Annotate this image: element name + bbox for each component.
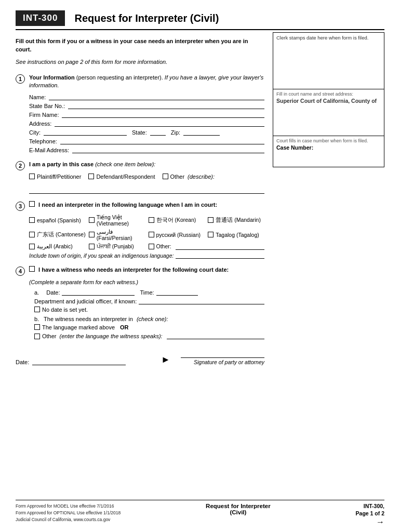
section4-checkbox[interactable] — [29, 266, 35, 272]
sig-row: Date: ► Signature of party or attorney — [16, 351, 264, 365]
other-lang-checkbox[interactable] — [149, 244, 154, 249]
spanish-checkbox[interactable] — [29, 217, 35, 223]
name-input[interactable] — [49, 93, 264, 100]
or-label: OR — [120, 324, 129, 330]
no-date-label: No date is set yet. — [42, 307, 88, 313]
email-field-row: E-Mail Address: — [16, 146, 264, 153]
city-input[interactable] — [44, 128, 127, 136]
plaintiff-checkbox[interactable] — [29, 174, 35, 179]
name-label: Name: — [29, 94, 46, 100]
form-id: INT-300 — [16, 10, 65, 26]
date-field: Date: — [46, 288, 135, 296]
time-input[interactable] — [156, 288, 198, 296]
lang-tagalog[interactable]: Tagalog (Tagalog) — [208, 229, 264, 241]
intro-text1: Fill out this form if you or a witness i… — [16, 38, 248, 52]
punjabi-label: ਪੰਜਾਬੀ (Punjabi) — [97, 243, 134, 250]
statebar-label: State Bar No.: — [29, 103, 65, 109]
russian-checkbox[interactable] — [149, 232, 154, 237]
sig-date-label: Date: — [16, 359, 29, 365]
email-input[interactable] — [72, 146, 264, 153]
date-sig-left: Date: — [16, 358, 151, 365]
other-checkbox[interactable] — [163, 174, 168, 179]
lang-spanish[interactable]: español (Spanish) — [29, 214, 86, 227]
describe-label: (describe): — [188, 174, 215, 180]
section1-title: Your Information — [29, 74, 75, 81]
statebar-field-row: State Bar No.: — [16, 102, 264, 109]
indigenous-row: Include town of origin, if you speak an … — [16, 252, 264, 259]
footer-center1: Request for Interpreter — [206, 503, 271, 509]
tagalog-label: Tagalog (Tagalog) — [216, 232, 259, 238]
indigenous-label: Include town of origin, if you speak an … — [29, 252, 174, 259]
witness-lang-marked-checkbox[interactable] — [34, 324, 40, 330]
arrow-right-icon: ► — [161, 354, 170, 365]
date-input[interactable] — [62, 288, 135, 296]
other-lang-input[interactable] — [176, 243, 264, 250]
other-option[interactable]: Other (describe): — [163, 174, 215, 180]
korean-checkbox[interactable] — [149, 217, 154, 223]
witness-option2-italic: (enter the language the witness speaks): — [60, 333, 163, 339]
describe-input[interactable] — [29, 187, 264, 194]
cantonese-checkbox[interactable] — [29, 232, 35, 237]
sig-input[interactable] — [181, 351, 264, 358]
plaintiff-option[interactable]: Plaintiff/Petitioner — [29, 174, 81, 180]
footer-left3: Judicial Council of California, www.cour… — [16, 516, 121, 523]
address-label: Address: — [29, 121, 51, 127]
witness-other-checkbox[interactable] — [34, 334, 40, 339]
sig-date-input[interactable] — [32, 358, 126, 365]
city-state-zip-row: City: State: Zip: — [16, 128, 264, 136]
telephone-input[interactable] — [60, 137, 264, 144]
language-grid: español (Spanish) Tiếng Việt (Vietnamese… — [16, 214, 264, 250]
name-field-row: Name: — [16, 93, 264, 100]
address-field-row: Address: — [16, 119, 264, 127]
lang-arabic[interactable]: العربية (Arabic) — [29, 243, 86, 250]
court-info-value: Superior Court of California, County of — [276, 98, 377, 104]
lang-mandarin[interactable]: 普通话 (Mandarin) — [208, 214, 264, 227]
arabic-checkbox[interactable] — [29, 244, 35, 249]
no-date-row: No date is set yet. — [34, 307, 264, 313]
statebar-input[interactable] — [68, 102, 264, 109]
lang-cantonese[interactable]: 广东话 (Cantonese) — [29, 229, 86, 241]
address-input[interactable] — [55, 119, 264, 127]
state-input[interactable] — [150, 128, 166, 136]
a-label: a. — [34, 289, 39, 296]
lang-farsi[interactable]: فارسی (Farsi/Persian) — [89, 229, 145, 241]
footer-next-arrow-icon: → — [376, 517, 384, 527]
lang-russian[interactable]: русский (Russian) — [149, 229, 205, 241]
firmname-label: Firm Name: — [29, 112, 59, 118]
tagalog-checkbox[interactable] — [208, 232, 214, 237]
vietnamese-checkbox[interactable] — [89, 217, 95, 223]
footer-left2: Form Approved for OPTIONAL Use effective… — [16, 510, 121, 516]
section3-checkbox[interactable] — [29, 201, 35, 207]
arabic-label: العربية (Arabic) — [37, 243, 73, 249]
witness-option1[interactable]: The language marked above OR — [34, 324, 264, 330]
firmname-input[interactable] — [62, 111, 264, 118]
section4-number: 4 — [16, 267, 25, 276]
intro-section: Fill out this form if you or a witness i… — [16, 37, 264, 66]
section4: 4 I have a witness who needs an interpre… — [16, 266, 264, 339]
farsi-checkbox[interactable] — [89, 232, 95, 237]
zip-input[interactable] — [183, 128, 220, 136]
punjabi-checkbox[interactable] — [89, 244, 95, 249]
dept-input[interactable] — [139, 298, 264, 304]
intro-text2: See instructions on page 2 of this form … — [16, 58, 264, 66]
dept-row: Department and judicial officer, if know… — [34, 298, 264, 304]
lang-vietnamese[interactable]: Tiếng Việt (Vietnamese) — [89, 214, 145, 227]
section2-title: I am a party in this case — [29, 161, 94, 167]
section3-number: 3 — [16, 202, 25, 211]
header: INT-300 Request for Interpreter (Civil) — [16, 10, 384, 30]
section4-note: (Complete a separate form for each witne… — [16, 279, 264, 285]
footer-right1: INT-300, — [364, 503, 384, 509]
footer-center: Request for Interpreter (Civil) — [206, 503, 271, 515]
defendant-checkbox[interactable] — [88, 174, 94, 179]
section1: 1 Your Information (person requesting an… — [16, 74, 264, 153]
lang-punjabi[interactable]: ਪੰਜਾਬੀ (Punjabi) — [89, 243, 145, 250]
indigenous-input[interactable] — [176, 252, 264, 259]
witness-other-input[interactable] — [167, 332, 264, 339]
defendant-option[interactable]: Defendant/Respondent — [88, 174, 155, 180]
no-date-checkbox[interactable] — [34, 307, 40, 312]
lang-korean[interactable]: 한국어 (Korean) — [149, 214, 205, 227]
plaintiff-label: Plaintiff/Petitioner — [37, 174, 81, 180]
mandarin-checkbox[interactable] — [208, 217, 214, 223]
section2: 2 I am a party in this case (check one i… — [16, 161, 264, 194]
date-label: Date: — [46, 289, 60, 296]
